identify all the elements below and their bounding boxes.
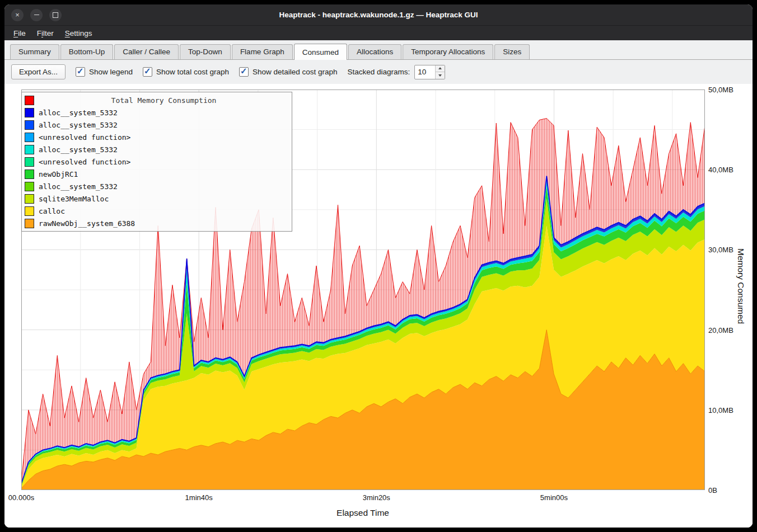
legend-swatch bbox=[25, 182, 34, 191]
legend-swatch bbox=[25, 219, 34, 228]
checkbox-label: Show total cost graph bbox=[156, 68, 229, 76]
tab-flame-graph[interactable]: Flame Graph bbox=[232, 44, 293, 59]
menu-filter[interactable]: Filter bbox=[31, 26, 59, 40]
y-tick-label: 30,0MB bbox=[708, 246, 733, 254]
stacked-diagrams-label: Stacked diagrams: bbox=[348, 68, 410, 76]
spin-down-icon bbox=[438, 74, 442, 77]
legend-item: rawNewObj__system_6388 bbox=[25, 217, 289, 229]
stacked-diagrams-value[interactable]: 10 bbox=[415, 65, 435, 79]
legend-label: alloc__system_5332 bbox=[39, 145, 118, 154]
x-tick-label: 00.000s bbox=[8, 493, 34, 502]
x-axis-title: Elapsed Time bbox=[337, 508, 389, 518]
checkbox-icon[interactable] bbox=[239, 67, 249, 77]
legend-item: alloc__system_5332 bbox=[25, 119, 289, 131]
y-tick-label: 50,0MB bbox=[708, 86, 733, 94]
legend-item: calloc bbox=[25, 205, 289, 217]
legend-item: alloc__system_5332 bbox=[25, 143, 289, 156]
y-tick-label: 20,0MB bbox=[708, 326, 733, 334]
minimize-button[interactable] bbox=[30, 9, 43, 21]
menubar: FileFilterSettings bbox=[4, 25, 753, 40]
legend-label: <unresolved function> bbox=[39, 158, 130, 166]
legend-item: newObjRC1 bbox=[25, 168, 289, 180]
stacked-diagrams-group: Stacked diagrams: 10 bbox=[348, 65, 446, 79]
legend-item: <unresolved function> bbox=[25, 156, 289, 168]
memory-consumption-chart[interactable]: Total Memory Consumptionalloc__system_53… bbox=[4, 84, 753, 528]
legend-label: <unresolved function> bbox=[39, 133, 130, 142]
legend-swatch bbox=[25, 133, 34, 142]
tab-caller-callee[interactable]: Caller / Callee bbox=[114, 44, 179, 59]
x-tick-label: 3min20s bbox=[363, 493, 390, 502]
legend-title-row: Total Memory Consumption bbox=[25, 94, 289, 106]
checkbox-icon[interactable] bbox=[143, 67, 152, 77]
legend-item: sqlite3MemMalloc bbox=[25, 192, 289, 205]
y-tick-label: 40,0MB bbox=[708, 166, 733, 174]
legend-label: rawNewObj__system_6388 bbox=[39, 219, 135, 228]
tab-bottom-up[interactable]: Bottom-Up bbox=[60, 44, 114, 59]
legend-swatch bbox=[25, 206, 34, 216]
spin-up-icon bbox=[438, 67, 442, 69]
chart-legend: Total Memory Consumptionalloc__system_53… bbox=[21, 92, 292, 232]
graph-option-checkboxes: Show legendShow total cost graphShow det… bbox=[76, 67, 338, 77]
titlebar[interactable]: × Heaptrack - heaptrack.wakunode.1.gz — … bbox=[4, 4, 753, 25]
window-controls: × bbox=[4, 9, 62, 21]
legend-swatch bbox=[25, 96, 34, 105]
checkbox-show-legend[interactable]: Show legend bbox=[76, 67, 133, 77]
toolbar: Export As... Show legendShow total cost … bbox=[4, 60, 753, 84]
legend-item: <unresolved function> bbox=[25, 131, 289, 143]
stacked-diagrams-spinbox[interactable]: 10 bbox=[414, 65, 445, 79]
tab-sizes[interactable]: Sizes bbox=[494, 44, 530, 59]
tab-consumed[interactable]: Consumed bbox=[294, 44, 347, 60]
legend-label: Total Memory Consumption bbox=[39, 96, 289, 105]
legend-swatch bbox=[25, 145, 34, 154]
checkbox-label: Show detailed cost graph bbox=[253, 68, 338, 76]
y-tick-label: 0B bbox=[708, 486, 717, 495]
legend-label: calloc bbox=[39, 207, 65, 215]
legend-swatch bbox=[25, 157, 34, 167]
legend-item: alloc__system_5332 bbox=[25, 106, 289, 119]
legend-label: sqlite3MemMalloc bbox=[39, 195, 109, 203]
legend-label: alloc__system_5332 bbox=[39, 121, 118, 129]
y-axis-title: Memory Consumed bbox=[736, 248, 746, 324]
window-title: Heaptrack - heaptrack.wakunode.1.gz — He… bbox=[4, 11, 753, 19]
app-window: × Heaptrack - heaptrack.wakunode.1.gz — … bbox=[4, 4, 753, 528]
tab-temporary-allocations[interactable]: Temporary Allocations bbox=[403, 44, 493, 59]
tab-bar: SummaryBottom-UpCaller / CalleeTop-DownF… bbox=[4, 40, 753, 60]
spin-up-button[interactable] bbox=[436, 65, 445, 72]
checkbox-show-total-cost-graph[interactable]: Show total cost graph bbox=[143, 67, 229, 77]
spin-down-button[interactable] bbox=[436, 72, 445, 79]
menu-settings[interactable]: Settings bbox=[59, 26, 98, 40]
y-tick-label: 10,0MB bbox=[708, 406, 733, 414]
legend-swatch bbox=[25, 108, 34, 117]
x-tick-label: 5min00s bbox=[540, 493, 568, 502]
tab-top-down[interactable]: Top-Down bbox=[180, 44, 231, 59]
checkbox-label: Show legend bbox=[89, 68, 133, 76]
checkbox-icon[interactable] bbox=[76, 67, 85, 77]
legend-swatch bbox=[25, 170, 34, 179]
legend-label: newObjRC1 bbox=[39, 170, 78, 178]
legend-swatch bbox=[25, 120, 34, 130]
legend-label: alloc__system_5332 bbox=[39, 109, 118, 117]
maximize-icon bbox=[53, 12, 58, 18]
maximize-button[interactable] bbox=[49, 9, 62, 21]
close-icon: × bbox=[15, 11, 20, 18]
checkbox-show-detailed-cost-graph[interactable]: Show detailed cost graph bbox=[239, 67, 338, 77]
minimize-icon bbox=[34, 15, 39, 15]
export-as-button[interactable]: Export As... bbox=[11, 64, 66, 79]
spinbox-steppers bbox=[435, 65, 445, 79]
tab-allocations[interactable]: Allocations bbox=[348, 44, 401, 59]
menu-file[interactable]: File bbox=[8, 26, 31, 40]
main-area: SummaryBottom-UpCaller / CalleeTop-DownF… bbox=[4, 40, 753, 528]
close-button[interactable]: × bbox=[11, 9, 24, 21]
legend-swatch bbox=[25, 194, 34, 204]
tab-summary[interactable]: Summary bbox=[10, 44, 59, 59]
legend-item: alloc__system_5332 bbox=[25, 180, 289, 192]
x-tick-label: 1min40s bbox=[185, 493, 213, 502]
legend-label: alloc__system_5332 bbox=[39, 182, 118, 191]
